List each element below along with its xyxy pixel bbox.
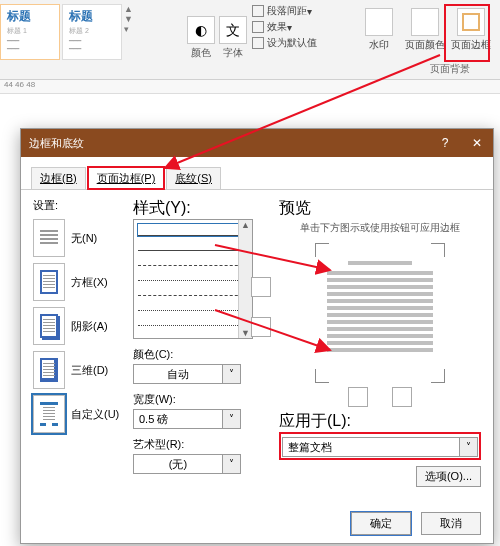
page-color-button[interactable]: 页面颜色 xyxy=(404,4,446,58)
font-color-group: ◐ 颜色 文 字体 xyxy=(185,0,249,60)
right-edge-button[interactable] xyxy=(392,387,412,407)
font-label: 字体 xyxy=(217,46,249,60)
side-edge-buttons xyxy=(251,277,271,357)
thumb-shadow-icon xyxy=(33,307,65,345)
scrollbar[interactable] xyxy=(238,220,252,338)
setting-none[interactable]: 无(N) xyxy=(33,219,133,257)
setting-custom[interactable]: 自定义(U) xyxy=(33,395,133,433)
effects-button[interactable]: 效果 ▾ xyxy=(252,20,317,34)
chevron-down-icon[interactable]: ˅ xyxy=(223,454,241,474)
dialog-tabs: 边框(B) 页面边框(P) 底纹(S) xyxy=(21,157,493,190)
style-card[interactable]: 标题 标题 1 ━━━━━━ xyxy=(0,4,60,60)
style-column: 样式(Y): 颜色(C): 自动˅ 宽度(W): 0.5 磅˅ 艺术型(R): … xyxy=(133,198,267,492)
watermark-button[interactable]: 水印 xyxy=(358,4,400,58)
annotation-box: 整篇文档˅ xyxy=(279,432,481,460)
color-label: 颜色 xyxy=(185,46,217,60)
setting-3d[interactable]: 三维(D) xyxy=(33,351,133,389)
chevron-down-icon[interactable]: ˅ xyxy=(460,437,478,457)
left-edge-button[interactable] xyxy=(348,387,368,407)
chevron-down-icon[interactable]: ˅ xyxy=(223,364,241,384)
thumb-3d-icon xyxy=(33,351,65,389)
color-combo[interactable]: 自动˅ xyxy=(133,364,267,384)
thumb-box-icon xyxy=(33,263,65,301)
close-button[interactable]: ✕ xyxy=(461,129,493,157)
borders-dialog: 边框和底纹 ? ✕ 边框(B) 页面边框(P) 底纹(S) 设置: 无(N) 方… xyxy=(20,128,494,544)
thumb-none-icon xyxy=(33,219,65,257)
set-default-button[interactable]: 设为默认值 xyxy=(252,36,317,50)
chevron-down-icon[interactable]: ˅ xyxy=(223,409,241,429)
dialog-titlebar[interactable]: 边框和底纹 ? ✕ xyxy=(21,129,493,157)
style-sample: 标题 1 xyxy=(7,27,53,35)
setting-box[interactable]: 方框(X) xyxy=(33,263,133,301)
bottom-edge-button[interactable] xyxy=(251,317,271,337)
paragraph-spacing[interactable]: 段落间距 ▾ xyxy=(252,4,317,18)
style-heading: 标题 xyxy=(7,8,53,25)
tab-page-border[interactable]: 页面边框(P) xyxy=(88,167,165,189)
art-combo[interactable]: (无)˅ xyxy=(133,454,267,474)
preview-label: 预览 xyxy=(279,198,481,219)
art-label: 艺术型(R): xyxy=(133,437,267,452)
group-label: 页面背景 xyxy=(430,62,470,76)
settings-label: 设置: xyxy=(33,198,133,213)
style-lines: ━━━━━━ xyxy=(7,37,53,53)
apply-label: 应用于(L): xyxy=(279,411,481,432)
style-gallery[interactable]: 标题 标题 1 ━━━━━━ 标题 标题 2 ━━━━━━ ▲▼▾ xyxy=(0,4,175,60)
bottom-edge-buttons xyxy=(279,387,481,407)
effects-icon xyxy=(252,21,264,33)
page-color-icon xyxy=(411,8,439,36)
width-label: 宽度(W): xyxy=(133,392,267,407)
spacing-icon xyxy=(252,5,264,17)
width-combo[interactable]: 0.5 磅˅ xyxy=(133,409,267,429)
preview-page[interactable] xyxy=(315,243,445,383)
cancel-button[interactable]: 取消 xyxy=(421,512,481,535)
style-listbox[interactable] xyxy=(133,219,253,339)
options-button[interactable]: 选项(O)... xyxy=(416,466,481,487)
apply-combo[interactable]: 整篇文档˅ xyxy=(282,437,478,457)
top-edge-button[interactable] xyxy=(251,277,271,297)
ok-button[interactable]: 确定 xyxy=(351,512,411,535)
tab-shading[interactable]: 底纹(S) xyxy=(166,167,221,189)
style-heading: 标题 xyxy=(69,8,115,25)
style-lines: ━━━━━━ xyxy=(69,37,115,53)
style-label: 样式(Y): xyxy=(133,198,267,219)
setting-shadow[interactable]: 阴影(A) xyxy=(33,307,133,345)
thumb-custom-icon xyxy=(33,395,65,433)
page-border-icon xyxy=(457,8,485,36)
style-card[interactable]: 标题 标题 2 ━━━━━━ xyxy=(62,4,122,60)
settings-column: 设置: 无(N) 方框(X) 阴影(A) 三维(D) 自定义(U) xyxy=(33,198,133,492)
dialog-title: 边框和底纹 xyxy=(29,136,84,151)
paragraph-options: 段落间距 ▾ 效果 ▾ 设为默认值 xyxy=(252,4,317,52)
page-border-button[interactable]: 页面边框 xyxy=(450,4,492,58)
color-button[interactable]: ◐ xyxy=(187,16,215,44)
color-label: 颜色(C): xyxy=(133,347,267,362)
tab-border[interactable]: 边框(B) xyxy=(31,167,86,189)
style-sample: 标题 2 xyxy=(69,27,115,35)
watermark-icon xyxy=(365,8,393,36)
ribbon: 标题 标题 1 ━━━━━━ 标题 标题 2 ━━━━━━ ▲▼▾ ◐ 颜色 文… xyxy=(0,0,500,80)
default-icon xyxy=(252,37,264,49)
preview-hint: 单击下方图示或使用按钮可应用边框 xyxy=(279,221,481,235)
help-button[interactable]: ? xyxy=(429,129,461,157)
ruler: 44 46 48 xyxy=(0,80,500,94)
preview-column: 预览 单击下方图示或使用按钮可应用边框 应用于(L): xyxy=(267,198,481,492)
font-button[interactable]: 文 xyxy=(219,16,247,44)
page-background-group: 水印 页面颜色 页面边框 xyxy=(356,4,494,58)
dialog-footer: 确定 取消 xyxy=(351,512,481,535)
